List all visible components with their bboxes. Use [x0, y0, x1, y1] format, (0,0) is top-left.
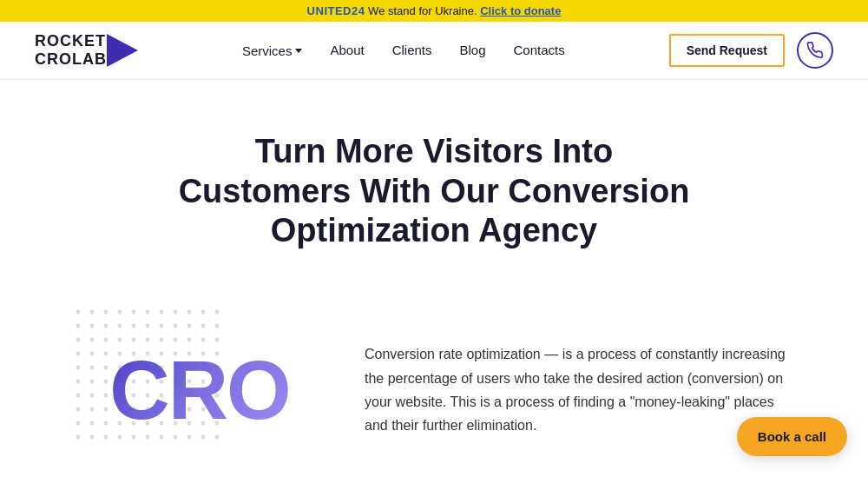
- svg-point-31: [187, 337, 192, 341]
- svg-point-5: [132, 309, 136, 314]
- svg-point-69: [104, 393, 108, 397]
- services-label: Services: [242, 43, 293, 58]
- svg-point-9: [187, 309, 192, 314]
- svg-point-18: [160, 323, 164, 328]
- svg-point-2: [90, 309, 95, 314]
- svg-point-90: [90, 421, 95, 425]
- svg-point-45: [76, 365, 81, 369]
- svg-point-67: [76, 393, 81, 397]
- logo-arrow-icon: [107, 34, 138, 67]
- svg-point-36: [104, 351, 108, 355]
- svg-point-12: [76, 323, 81, 328]
- svg-point-8: [174, 309, 178, 314]
- svg-point-1: [76, 309, 81, 314]
- svg-point-16: [132, 323, 136, 328]
- svg-point-10: [201, 309, 206, 314]
- svg-point-32: [201, 337, 206, 341]
- svg-point-7: [160, 309, 164, 314]
- svg-point-22: [215, 323, 220, 328]
- nav-item-services[interactable]: Services: [242, 43, 303, 58]
- book-call-button[interactable]: Book a call: [737, 417, 847, 456]
- svg-marker-0: [107, 34, 138, 67]
- nav-links: Services About Clients Blog Contacts: [242, 43, 565, 58]
- nav-item-contacts[interactable]: Contacts: [514, 43, 565, 58]
- hero-title: Turn More Visitors Into Customers With O…: [165, 132, 703, 251]
- svg-point-20: [187, 323, 192, 328]
- nav-actions: Send Request: [669, 32, 833, 69]
- svg-point-68: [90, 393, 95, 397]
- nav-item-about[interactable]: About: [330, 43, 364, 58]
- svg-point-35: [90, 351, 95, 355]
- hero-section: Turn More Visitors Into Customers With O…: [0, 80, 868, 295]
- svg-point-19: [174, 323, 178, 328]
- contacts-link[interactable]: Contacts: [514, 43, 565, 57]
- cro-description: Conversion rate optimization — is a proc…: [365, 342, 799, 437]
- svg-point-21: [201, 323, 206, 328]
- svg-point-78: [76, 407, 81, 411]
- banner-text: We stand for Ukraine.: [368, 4, 477, 17]
- svg-point-23: [76, 337, 81, 341]
- cro-visual: dots CRO: [69, 303, 330, 477]
- phone-button[interactable]: [797, 32, 833, 69]
- phone-icon: [806, 42, 824, 59]
- svg-point-33: [215, 337, 220, 341]
- svg-point-56: [76, 379, 81, 383]
- donate-link[interactable]: Click to donate: [480, 4, 561, 17]
- svg-point-80: [104, 407, 108, 411]
- svg-point-46: [90, 365, 95, 369]
- united24-label: UNITED24: [307, 4, 365, 17]
- logo-line2: CROLAB: [35, 50, 107, 69]
- svg-point-101: [90, 434, 95, 439]
- svg-point-28: [146, 337, 150, 341]
- send-request-button[interactable]: Send Request: [669, 34, 785, 67]
- svg-point-102: [104, 434, 108, 439]
- nav-item-blog[interactable]: Blog: [460, 43, 486, 58]
- logo-text: ROCKET CROLAB: [35, 32, 107, 68]
- svg-point-57: [90, 379, 95, 383]
- services-link[interactable]: Services: [242, 43, 303, 58]
- svg-point-29: [160, 337, 164, 341]
- svg-point-89: [76, 421, 81, 425]
- svg-point-26: [118, 337, 122, 341]
- clients-link[interactable]: Clients: [392, 43, 432, 57]
- cro-label: CRO: [109, 342, 289, 438]
- svg-point-79: [90, 407, 95, 411]
- svg-point-91: [104, 421, 108, 425]
- svg-point-17: [146, 323, 150, 328]
- blog-link[interactable]: Blog: [460, 43, 486, 57]
- about-link[interactable]: About: [330, 43, 364, 57]
- svg-point-11: [215, 309, 220, 314]
- chevron-down-icon: [295, 49, 302, 53]
- cro-section: dots CRO Conversion rate optimization — …: [0, 295, 868, 477]
- svg-point-58: [104, 379, 108, 383]
- svg-point-15: [118, 323, 122, 328]
- svg-point-30: [174, 337, 178, 341]
- navbar: ROCKET CROLAB Services About Clients Blo…: [0, 22, 868, 80]
- svg-point-4: [118, 309, 122, 314]
- logo[interactable]: ROCKET CROLAB: [35, 32, 138, 68]
- svg-point-14: [104, 323, 108, 328]
- svg-point-34: [76, 351, 81, 355]
- svg-point-3: [104, 309, 108, 314]
- svg-point-47: [104, 365, 108, 369]
- nav-item-clients[interactable]: Clients: [392, 43, 432, 58]
- ukraine-banner: UNITED24 We stand for Ukraine. Click to …: [0, 0, 868, 22]
- svg-point-25: [104, 337, 108, 341]
- svg-point-100: [76, 434, 81, 439]
- svg-point-6: [146, 309, 150, 314]
- svg-point-13: [90, 323, 95, 328]
- logo-line1: ROCKET: [35, 32, 107, 50]
- svg-point-24: [90, 337, 95, 341]
- svg-point-27: [132, 337, 136, 341]
